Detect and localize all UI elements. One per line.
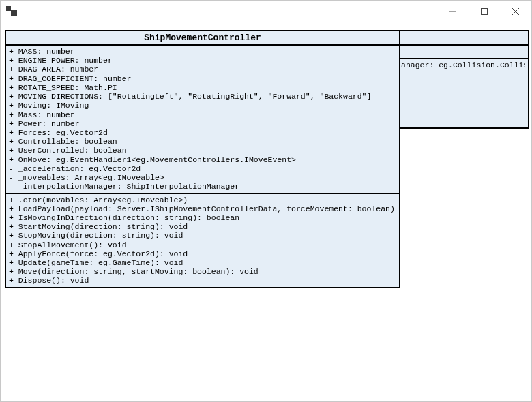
diagram-canvas[interactable]: ager anager: eg.Collision.Collisi ShipMo… xyxy=(3,28,529,399)
uml-member: + UserControlled: boolean xyxy=(9,146,396,155)
uml-member: - _moveables: Array<eg.IMoveable> xyxy=(9,173,396,182)
uml-attributes-section: + MASS: number+ ENGINE_POWER: number+ DR… xyxy=(6,46,399,194)
uml-methods-section: + .ctor(movables: Array<eg.IMoveable>)+ … xyxy=(6,194,399,287)
uml-member: + Update(gameTime: eg.GameTime): void xyxy=(9,258,396,267)
uml-class-shipmovementcontroller[interactable]: ShipMovementController + MASS: number+ E… xyxy=(5,30,400,288)
uml-member: + Forces: eg.Vector2d xyxy=(9,128,396,137)
uml-member: + ENGINE_POWER: number xyxy=(9,56,396,65)
uml-member: + Controllable: boolean xyxy=(9,137,396,146)
uml-member: + IsMovingInDirection(direction: string)… xyxy=(9,213,396,222)
uml-member: + DRAG_COEFFICIENT: number xyxy=(9,74,396,83)
uml-member: - _acceleration: eg.Vector2d xyxy=(9,164,396,173)
svg-rect-1 xyxy=(482,9,488,15)
close-button[interactable] xyxy=(500,1,531,22)
window-buttons xyxy=(437,1,531,22)
uml-member: + Mass: number xyxy=(9,110,396,119)
uml-member: + StopAllMovement(): void xyxy=(9,241,396,249)
uml-member: + OnMove: eg.EventHandler1<eg.MovementCo… xyxy=(9,155,396,164)
uml-member: + .ctor(movables: Array<eg.IMoveable>) xyxy=(9,196,396,204)
uml-member: + Move(direction: string, startMoving: b… xyxy=(9,267,396,276)
uml-member: + ApplyForce(force: eg.Vector2d): void xyxy=(9,249,396,258)
minimize-button[interactable] xyxy=(437,1,469,22)
uml-member: - _interpolationManager: ShipInterpolati… xyxy=(9,182,396,191)
uml-member: + Moving: IMoving xyxy=(9,101,396,110)
uml-member: + StartMoving(direction: string): void xyxy=(9,222,396,231)
uml-member: + LoadPayload(payload: Server.IShipMovem… xyxy=(9,204,396,213)
uml-class-title: ShipMovementController xyxy=(6,31,399,46)
window-titlebar xyxy=(1,1,531,22)
uml-member: + MOVING_DIRECTIONS: ["RotatingLeft", "R… xyxy=(9,92,396,101)
maximize-button[interactable] xyxy=(469,1,500,22)
uml-member: + DRAG_AREA: number xyxy=(9,65,396,74)
uml-member: + StopMoving(direction: string): void xyxy=(9,231,396,240)
uml-member: + ROTATE_SPEED: Math.PI xyxy=(9,83,396,92)
uml-member: + Dispose(): void xyxy=(9,276,396,285)
uml-member: + MASS: number xyxy=(9,47,396,56)
uml-member: + Power: number xyxy=(9,119,396,128)
app-icon xyxy=(6,6,17,17)
